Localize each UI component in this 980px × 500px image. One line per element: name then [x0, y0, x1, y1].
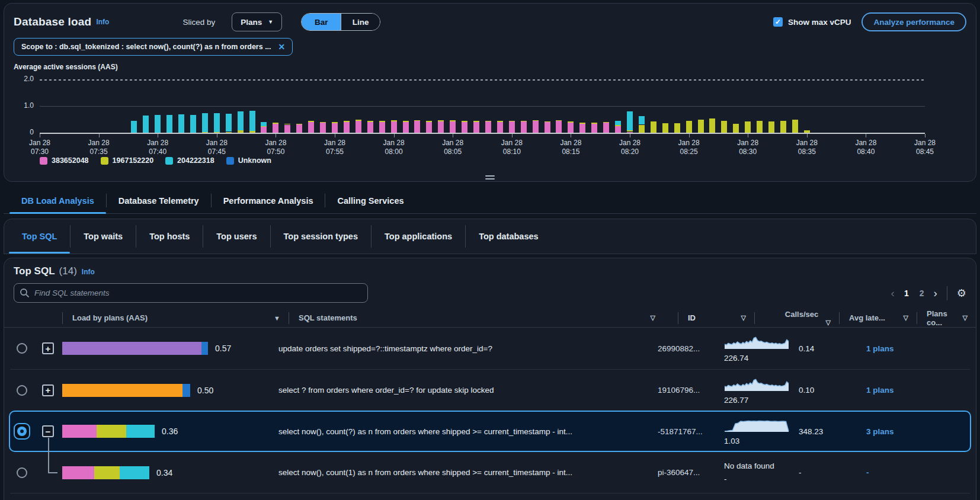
- database-load-info-link[interactable]: Info: [96, 18, 109, 26]
- sql-statement-link[interactable]: update orders set shipped=?::timestamptz…: [278, 344, 492, 353]
- chart-bar-segment[interactable]: [792, 120, 798, 133]
- subtab-top-databases[interactable]: Top databases: [466, 219, 551, 254]
- chart-bar-segment[interactable]: [662, 123, 668, 133]
- slice-by-dropdown[interactable]: Plans ▼: [232, 12, 282, 31]
- chart-bar-segment[interactable]: [261, 126, 267, 127]
- chart-bar-segment[interactable]: [639, 125, 645, 133]
- chart-bar-segment[interactable]: [391, 120, 397, 121]
- chart-bar-segment[interactable]: [296, 124, 302, 125]
- chart-bar-segment[interactable]: [344, 122, 350, 133]
- chart-bar-segment[interactable]: [615, 125, 621, 126]
- page-1[interactable]: 1: [904, 289, 909, 298]
- toggle-line-option[interactable]: Line: [341, 14, 380, 30]
- chart-bar-segment[interactable]: [497, 122, 503, 133]
- column-header-load-by-plans-aas[interactable]: Load by plans (AAS)▼: [72, 313, 289, 322]
- chart-bar-segment[interactable]: [686, 121, 692, 133]
- chart-bar-segment[interactable]: [591, 123, 597, 124]
- analyze-performance-button[interactable]: Analyze performance: [861, 12, 966, 31]
- column-header-sql-statements[interactable]: SQL statements▽: [299, 313, 678, 322]
- legend-item[interactable]: Unknown: [226, 156, 271, 165]
- tab-database-telemetry[interactable]: Database Telemetry: [107, 188, 211, 213]
- pagination-prev-icon[interactable]: ‹: [891, 287, 895, 300]
- collapse-icon[interactable]: −: [42, 425, 54, 437]
- chart-bar-segment[interactable]: [356, 120, 361, 121]
- chart-bar-segment[interactable]: [284, 125, 290, 133]
- chart-bar-segment[interactable]: [296, 124, 302, 133]
- top-sql-info-link[interactable]: Info: [82, 268, 95, 276]
- chart-bar-segment[interactable]: [320, 122, 326, 123]
- chart-bar-segment[interactable]: [403, 121, 409, 122]
- search-input[interactable]: [14, 283, 368, 303]
- chart-bar-segment[interactable]: [190, 115, 196, 133]
- column-header-plans-co[interactable]: Plans co...▽: [927, 309, 976, 327]
- chart-bar-segment[interactable]: [603, 122, 609, 123]
- chart-bar-segment[interactable]: [757, 121, 763, 133]
- chart-bar-segment[interactable]: [202, 132, 208, 133]
- aas-chart-plot[interactable]: 3836520481967152220204222318Unknown 01.0…: [14, 73, 966, 173]
- chart-bar-segment[interactable]: [521, 121, 527, 122]
- column-header-calls-sec[interactable]: Calls/sec▽: [764, 310, 839, 326]
- radio-unselected[interactable]: [17, 343, 27, 354]
- chart-bar-segment[interactable]: [556, 121, 562, 133]
- chart-bar-segment[interactable]: [273, 123, 278, 124]
- chart-bar-segment[interactable]: [485, 121, 491, 133]
- chart-bar-segment[interactable]: [533, 120, 539, 121]
- chart-bar-segment[interactable]: [155, 115, 161, 133]
- table-row[interactable]: 0.34select now(), count(1) as n from ord…: [10, 452, 970, 493]
- chart-bar-segment[interactable]: [226, 132, 232, 133]
- expand-icon[interactable]: +: [42, 384, 54, 396]
- chart-bar-segment[interactable]: [521, 121, 527, 133]
- chart-bar-segment[interactable]: [509, 121, 515, 133]
- chart-bar-segment[interactable]: [391, 121, 397, 133]
- chart-bar-segment[interactable]: [627, 130, 633, 132]
- chart-bar-segment[interactable]: [344, 121, 350, 122]
- chart-bar-segment[interactable]: [238, 130, 244, 133]
- panel-resize-handle[interactable]: [485, 175, 495, 180]
- tab-performance-analysis[interactable]: Performance Analysis: [212, 188, 325, 213]
- expand-icon[interactable]: +: [42, 342, 54, 354]
- chart-bar-segment[interactable]: [627, 111, 633, 130]
- chart-bar-segment[interactable]: [414, 120, 420, 121]
- chart-bar-segment[interactable]: [450, 121, 456, 133]
- sql-statement-link[interactable]: select now(), count(1) as n from orders …: [278, 468, 572, 477]
- chart-bar-segment[interactable]: [320, 123, 326, 133]
- chart-bar-segment[interactable]: [414, 121, 420, 133]
- filter-icon[interactable]: ▽: [651, 314, 655, 322]
- chart-bar-segment[interactable]: [780, 121, 786, 133]
- subtab-top-waits[interactable]: Top waits: [71, 219, 136, 254]
- filter-icon[interactable]: ▽: [741, 314, 746, 322]
- filter-icon[interactable]: ▽: [904, 314, 908, 322]
- subtab-top-users[interactable]: Top users: [203, 219, 270, 254]
- chart-bar-segment[interactable]: [379, 121, 385, 122]
- radio-unselected[interactable]: [17, 385, 27, 396]
- subtab-top-sql[interactable]: Top SQL: [9, 219, 70, 254]
- chart-bar-segment[interactable]: [284, 124, 290, 125]
- filter-icon[interactable]: ▼: [274, 315, 280, 322]
- chart-bar-segment[interactable]: [403, 122, 409, 133]
- checkbox-check-icon[interactable]: ✓: [773, 17, 783, 27]
- chart-bar-segment[interactable]: [579, 124, 585, 133]
- chart-bar-segment[interactable]: [426, 121, 432, 122]
- legend-item[interactable]: 204222318: [165, 156, 214, 165]
- chart-bar-segment[interactable]: [308, 122, 314, 133]
- chart-bar-segment[interactable]: [214, 113, 220, 132]
- chart-bar-segment[interactable]: [226, 114, 232, 132]
- chart-bar-segment[interactable]: [568, 121, 574, 123]
- chart-bar-segment[interactable]: [178, 114, 184, 133]
- chart-bar-segment[interactable]: [356, 121, 361, 133]
- chart-bar-segment[interactable]: [261, 122, 267, 126]
- chart-bar-segment[interactable]: [733, 124, 739, 133]
- legend-item[interactable]: 1967152220: [101, 156, 154, 165]
- chart-bar-segment[interactable]: [473, 121, 479, 122]
- chart-bar-segment[interactable]: [533, 121, 539, 133]
- plans-count-link[interactable]: 1 plans: [866, 386, 894, 395]
- plans-count-link[interactable]: 1 plans: [866, 344, 894, 353]
- chart-bar-segment[interactable]: [249, 111, 255, 131]
- chart-bar-segment[interactable]: [462, 121, 467, 122]
- chart-bar-segment[interactable]: [261, 127, 267, 133]
- plans-count-link[interactable]: -: [866, 468, 869, 477]
- chart-bar-segment[interactable]: [485, 121, 491, 122]
- tab-db-load-analysis[interactable]: DB Load Analysis: [9, 188, 106, 213]
- chart-bar-segment[interactable]: [473, 122, 479, 133]
- radio-selected[interactable]: [14, 423, 30, 440]
